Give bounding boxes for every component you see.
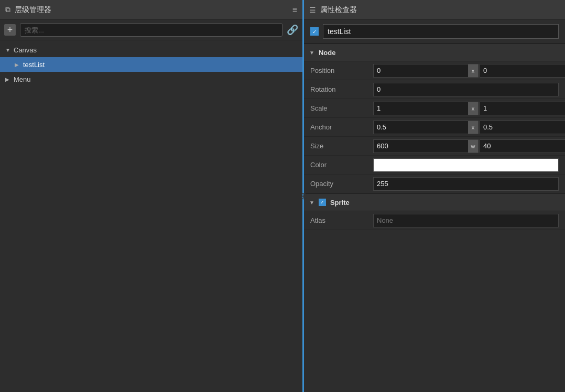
position-x-group: x bbox=[373, 64, 479, 78]
sprite-section-title: Sprite bbox=[330, 199, 350, 206]
canvas-arrow bbox=[5, 47, 12, 53]
color-label: Color bbox=[310, 161, 373, 169]
hierarchy-title: 层级管理器 bbox=[15, 5, 51, 15]
atlas-none-value[interactable]: None bbox=[373, 214, 559, 227]
scale-x-group: x bbox=[373, 102, 479, 115]
link-icon[interactable]: 🔗 bbox=[287, 24, 298, 36]
size-inputs: w h bbox=[373, 139, 565, 153]
sprite-enabled-checkbox[interactable]: ✓ bbox=[319, 199, 326, 206]
tree-item-canvas[interactable]: Canvas bbox=[0, 42, 302, 57]
scale-y-group: y bbox=[480, 102, 565, 115]
node-section-header[interactable]: ▼ Node bbox=[304, 43, 565, 61]
properties-area: ✓ ▼ Node Position x y Rotatio bbox=[304, 20, 565, 392]
canvas-label: Canvas bbox=[14, 46, 37, 54]
property-anchor: Anchor x y bbox=[304, 118, 565, 137]
left-panel: ⧉ 层级管理器 ≡ + 🔗 Canvas testList Menu ⊕ bbox=[0, 0, 304, 392]
rotation-inputs bbox=[373, 83, 559, 96]
size-label: Size bbox=[310, 142, 373, 150]
menu-label: Menu bbox=[14, 75, 31, 83]
menu-arrow bbox=[5, 77, 12, 82]
property-position: Position x y bbox=[304, 61, 565, 80]
opacity-inputs bbox=[373, 177, 559, 191]
scene-tree: Canvas testList Menu bbox=[0, 40, 302, 392]
atlas-label: Atlas bbox=[310, 216, 373, 224]
node-name-row: ✓ bbox=[304, 20, 565, 43]
atlas-inputs: None bbox=[373, 214, 559, 227]
position-label: Position bbox=[310, 67, 373, 74]
rotation-label: Rotation bbox=[310, 85, 373, 93]
color-swatch[interactable] bbox=[373, 158, 559, 172]
left-panel-header: ⧉ 层级管理器 ≡ bbox=[0, 0, 302, 20]
hierarchy-menu-button[interactable]: ≡ bbox=[292, 6, 297, 14]
color-inputs bbox=[373, 158, 559, 172]
scale-x-input[interactable] bbox=[373, 102, 468, 115]
node-name-input[interactable] bbox=[323, 24, 559, 39]
hierarchy-icon: ⧉ bbox=[5, 5, 10, 14]
tree-item-testList[interactable]: testList bbox=[0, 57, 302, 72]
size-h-group: h bbox=[480, 139, 565, 153]
property-scale: Scale x y bbox=[304, 99, 565, 118]
size-w-axis: w bbox=[468, 139, 479, 153]
anchor-x-group: x bbox=[373, 121, 479, 134]
node-section-title: Node bbox=[319, 49, 336, 57]
inspector-icon: ☰ bbox=[309, 6, 316, 14]
sprite-section-header[interactable]: ▼ ✓ Sprite bbox=[304, 193, 565, 211]
opacity-value-input[interactable] bbox=[373, 177, 559, 191]
right-panel: ☰ 属性检查器 ✓ ▼ Node Position x y bbox=[304, 0, 565, 392]
rotation-value-input[interactable] bbox=[373, 83, 559, 96]
tree-item-menu[interactable]: Menu bbox=[0, 72, 302, 86]
node-section-arrow: ▼ bbox=[309, 50, 314, 56]
testList-label: testList bbox=[23, 61, 45, 69]
anchor-label: Anchor bbox=[310, 123, 373, 131]
anchor-x-input[interactable] bbox=[373, 121, 468, 134]
anchor-x-axis: x bbox=[468, 121, 479, 134]
add-node-button[interactable]: + bbox=[4, 24, 16, 36]
size-w-group: w bbox=[373, 139, 479, 153]
size-w-input[interactable] bbox=[373, 139, 468, 153]
position-y-group: y bbox=[480, 64, 565, 78]
scale-label: Scale bbox=[310, 104, 373, 112]
position-x-input[interactable] bbox=[373, 64, 468, 78]
position-inputs: x y bbox=[373, 64, 565, 78]
scale-x-axis: x bbox=[468, 102, 479, 115]
panel-divider-handle[interactable]: ⊕ bbox=[298, 191, 309, 201]
position-y-input[interactable] bbox=[480, 64, 565, 78]
search-input[interactable] bbox=[20, 23, 282, 37]
node-enabled-checkbox[interactable]: ✓ bbox=[310, 27, 319, 36]
hierarchy-toolbar: + 🔗 bbox=[0, 20, 302, 40]
anchor-y-group: y bbox=[480, 121, 565, 134]
scale-y-input[interactable] bbox=[480, 102, 565, 115]
property-rotation: Rotation bbox=[304, 80, 565, 99]
inspector-header: ☰ 属性检查器 bbox=[304, 0, 565, 20]
property-size: Size w h bbox=[304, 137, 565, 156]
inspector-title: 属性检查器 bbox=[320, 5, 357, 15]
opacity-label: Opacity bbox=[310, 180, 373, 188]
property-color: Color bbox=[304, 156, 565, 175]
sprite-section-arrow: ▼ bbox=[309, 200, 314, 205]
position-x-axis: x bbox=[468, 64, 479, 78]
property-opacity: Opacity bbox=[304, 175, 565, 193]
property-atlas: Atlas None bbox=[304, 211, 565, 230]
testList-arrow bbox=[15, 62, 21, 68]
anchor-y-input[interactable] bbox=[480, 121, 565, 134]
anchor-inputs: x y bbox=[373, 121, 565, 134]
size-h-input[interactable] bbox=[480, 139, 565, 153]
scale-inputs: x y bbox=[373, 102, 565, 115]
